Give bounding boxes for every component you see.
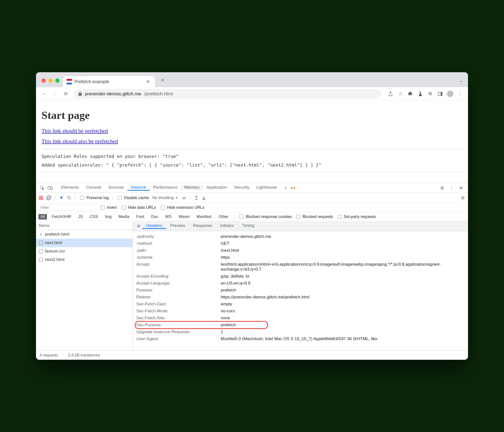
- side-panel-button[interactable]: [436, 89, 445, 98]
- browser-tab[interactable]: Prefetch example ✕: [63, 76, 155, 87]
- devtools-tab-elements[interactable]: Elements: [58, 185, 82, 190]
- type-filter-manifest[interactable]: Manifest: [195, 214, 214, 219]
- filter-input[interactable]: [38, 204, 96, 211]
- close-detail-button[interactable]: ✕: [135, 222, 142, 231]
- hide-extension-urls-checkbox[interactable]: Hide extension URLs: [160, 205, 204, 210]
- avatar-icon: [447, 91, 453, 97]
- back-button[interactable]: ←: [39, 89, 48, 98]
- document-icon: ≡: [39, 232, 43, 236]
- type-filter-media[interactable]: Media: [116, 214, 131, 219]
- detail-tab-timing[interactable]: Timing: [238, 223, 258, 228]
- bookmark-button[interactable]: ☆: [396, 89, 405, 98]
- network-status-bar: 4 requests 5.6 kB transferred: [36, 350, 468, 360]
- header-row: Sec-Fetch-Mode:no-cors: [136, 308, 468, 315]
- request-row[interactable]: next2.html: [36, 255, 133, 264]
- request-list: Name ≡prefetch.htmlnext.htmlfavicon.icon…: [36, 221, 133, 350]
- request-row[interactable]: favicon.ico: [36, 247, 133, 255]
- detail-tab-headers[interactable]: Headers: [142, 223, 166, 229]
- browser-menu-button[interactable]: ⋮: [456, 89, 465, 98]
- devtools-tab-memory[interactable]: Memory: [181, 185, 203, 190]
- devtools-tab-sources[interactable]: Sources: [105, 185, 127, 190]
- share-button[interactable]: [386, 89, 395, 98]
- type-filter-js[interactable]: JS: [76, 214, 85, 219]
- type-filter-font[interactable]: Font: [134, 214, 146, 219]
- header-value: https: [221, 255, 468, 260]
- devtools-tab-console[interactable]: Console: [82, 185, 105, 190]
- header-row: Accept-Language:en-US,en;q=0.9: [136, 280, 468, 287]
- maximize-window-button[interactable]: [55, 78, 60, 83]
- divider: [41, 149, 463, 149]
- type-filter-img[interactable]: Img: [103, 214, 114, 219]
- detail-tab-response[interactable]: Response: [189, 223, 216, 228]
- header-name: :path:: [136, 248, 221, 253]
- type-filter-fetch-xhr[interactable]: Fetch/XHR: [50, 214, 73, 219]
- export-har-button[interactable]: [202, 196, 206, 200]
- minimize-window-button[interactable]: [48, 78, 53, 83]
- header-name: Sec-Fetch-Mode:: [136, 309, 221, 314]
- network-settings-button[interactable]: [461, 196, 465, 200]
- close-window-button[interactable]: [41, 78, 46, 83]
- header-row: Sec-Fetch-Site:none: [136, 315, 468, 322]
- device-toolbar-button[interactable]: [46, 183, 54, 192]
- favicon-icon: [67, 79, 72, 84]
- devtools-tabs: ElementsConsoleSourcesNetworkPerformance…: [36, 183, 468, 193]
- request-detail: ✕ HeadersPreviewResponseInitiatorTiming …: [133, 221, 468, 350]
- profile-button[interactable]: [446, 89, 455, 98]
- preserve-log-checkbox[interactable]: Preserve log: [79, 195, 109, 201]
- record-button[interactable]: [39, 196, 43, 200]
- tab-overflow-button[interactable]: ⌄: [459, 78, 463, 83]
- address-bar[interactable]: prerender-demos.glitch.me/prefetch.html: [74, 89, 381, 99]
- reload-button[interactable]: ⟳: [61, 89, 70, 98]
- devtools-close-button[interactable]: ✕: [457, 183, 466, 192]
- detail-tab-preview[interactable]: Preview: [166, 223, 189, 228]
- header-value: Mozilla/5.0 (Macintosh; Intel Mac OS X 1…: [221, 336, 468, 341]
- detail-tab-initiator[interactable]: Initiator: [216, 223, 238, 228]
- inspect-element-button[interactable]: [38, 183, 46, 192]
- devtools-menu-button[interactable]: ⋮: [447, 183, 456, 192]
- header-name: :method:: [136, 241, 221, 246]
- header-name: Sec-Fetch-Dest:: [136, 302, 221, 307]
- labs-button[interactable]: [416, 89, 425, 98]
- blocked-cookies-checkbox[interactable]: Blocked response cookies: [238, 214, 292, 219]
- close-tab-button[interactable]: ✕: [145, 78, 151, 85]
- devtools-settings-button[interactable]: [438, 183, 447, 192]
- type-filter-wasm[interactable]: Wasm: [177, 214, 192, 219]
- type-filter-all[interactable]: All: [38, 214, 47, 219]
- prefetch-link-1[interactable]: This link should be prefetched: [41, 128, 463, 134]
- header-value: none: [221, 316, 468, 321]
- devtools-tab-lighthouse[interactable]: Lighthouse: [253, 185, 280, 190]
- type-filter-other[interactable]: Other: [216, 214, 230, 219]
- disable-cache-checkbox[interactable]: Disable cache: [117, 195, 149, 201]
- search-button[interactable]: [67, 196, 71, 200]
- devtools-tab-performance[interactable]: Performance: [150, 185, 181, 190]
- devtools-tab-security[interactable]: Security: [231, 185, 253, 190]
- svg-rect-1: [441, 92, 442, 96]
- third-party-checkbox[interactable]: 3rd-party requests: [336, 214, 376, 219]
- browser-window: Prefetch example ✕ ＋ ⌄ ← → ⟳ prerender-d…: [36, 72, 468, 360]
- devtools-tab-network[interactable]: Network: [127, 185, 150, 191]
- prefetch-link-2[interactable]: This link should also be prefetched: [41, 138, 463, 144]
- devtools-tab-application[interactable]: Application: [203, 185, 231, 190]
- type-filter-ws[interactable]: WS: [163, 214, 174, 219]
- type-filter-css[interactable]: CSS: [88, 214, 100, 219]
- type-filter-doc[interactable]: Doc: [149, 214, 160, 219]
- network-type-filter: AllFetch/XHRJSCSSImgMediaFontDocWSWasmMa…: [36, 212, 468, 221]
- clear-button[interactable]: [46, 195, 51, 200]
- import-har-button[interactable]: [194, 196, 198, 200]
- hide-data-urls-checkbox[interactable]: Hide data URLs: [121, 205, 156, 210]
- extensions-button[interactable]: [406, 89, 415, 98]
- request-row[interactable]: ≡prefetch.html: [36, 230, 133, 239]
- request-row[interactable]: next.html: [36, 239, 133, 247]
- google-account-icon[interactable]: G: [426, 89, 435, 98]
- blocked-requests-checkbox[interactable]: Blocked requests: [295, 214, 333, 219]
- forward-button[interactable]: →: [50, 89, 59, 98]
- throttling-dropdown[interactable]: No throttling ▼: [152, 196, 178, 200]
- header-value: prefetch: [221, 323, 468, 327]
- filter-toggle-button[interactable]: ▼: [59, 195, 64, 200]
- issues-count[interactable]: 2: [291, 186, 295, 190]
- more-panels-button[interactable]: »: [281, 183, 290, 193]
- svg-rect-4: [51, 187, 52, 190]
- network-conditions-button[interactable]: [181, 196, 186, 200]
- invert-checkbox[interactable]: Invert: [100, 205, 117, 210]
- new-tab-button[interactable]: ＋: [159, 75, 166, 84]
